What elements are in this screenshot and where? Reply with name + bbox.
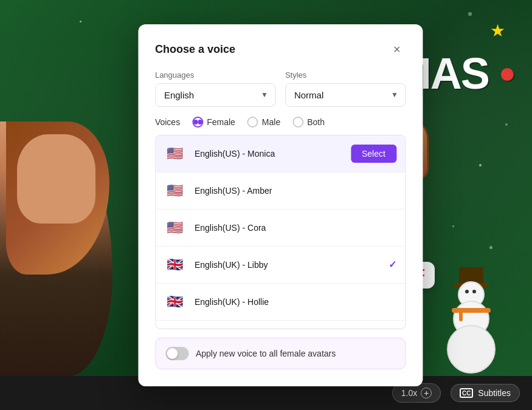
snowman-decoration xyxy=(435,276,508,374)
radio-female-label: Female xyxy=(207,117,235,127)
flag-icon: 🇺🇸 xyxy=(164,143,186,165)
voice-item[interactable]: 🇺🇸English(US) - MonicaSelect xyxy=(156,135,405,173)
voices-label: Voices xyxy=(155,117,180,127)
star-decoration: ★ xyxy=(490,21,505,41)
language-label: Languages xyxy=(155,70,275,80)
speed-value: 1.0x xyxy=(401,388,417,398)
snow-particle xyxy=(80,21,81,22)
language-select-wrapper: English Spanish French German Chinese Ja… xyxy=(155,83,275,107)
flag-icon: 🇬🇧 xyxy=(164,254,186,276)
gender-radio-group: Female Male Both xyxy=(192,117,325,128)
snow-particle xyxy=(468,12,472,16)
voice-name: English(UK) - Libby xyxy=(195,260,389,270)
voice-modal: Choose a voice × Languages English Spani… xyxy=(138,24,423,386)
radio-both-circle xyxy=(292,117,303,128)
close-button[interactable]: × xyxy=(389,41,406,58)
voice-item[interactable]: 🇨🇦English(CA) - Clara xyxy=(156,321,405,329)
style-select[interactable]: Normal Cheerful Sad Angry xyxy=(285,83,406,107)
language-select[interactable]: English Spanish French German Chinese Ja… xyxy=(155,83,275,107)
voice-name: English(US) - Monica xyxy=(195,149,351,159)
radio-both[interactable]: Both xyxy=(292,117,325,128)
radio-female[interactable]: Female xyxy=(192,117,235,128)
voice-name: English(UK) - Hollie xyxy=(195,297,396,307)
style-select-wrapper: Normal Cheerful Sad Angry ▼ xyxy=(285,83,406,107)
flag-icon: 🇺🇸 xyxy=(164,180,186,202)
flag-icon: 🇬🇧 xyxy=(164,291,186,313)
voice-list: 🇺🇸English(US) - MonicaSelect🇺🇸English(US… xyxy=(155,135,406,329)
apply-voice-toggle[interactable] xyxy=(165,347,188,360)
radio-male[interactable]: Male xyxy=(247,117,280,128)
radio-female-circle xyxy=(192,117,203,128)
flag-icon: 🇨🇦 xyxy=(164,328,186,329)
subtitles-button[interactable]: CC Subtitles xyxy=(451,384,520,402)
avatar-silhouette xyxy=(0,121,112,377)
flag-icon: 🇺🇸 xyxy=(164,217,186,239)
modal-title: Choose a voice xyxy=(155,43,235,56)
subtitles-label: Subtitles xyxy=(478,388,511,398)
cc-icon: CC xyxy=(460,388,473,398)
modal-header: Choose a voice × xyxy=(155,41,406,58)
voice-item[interactable]: 🇬🇧English(UK) - Hollie xyxy=(156,284,405,321)
radio-both-label: Both xyxy=(307,117,325,127)
voice-item[interactable]: 🇺🇸English(US) - Amber xyxy=(156,173,405,210)
radio-male-label: Male xyxy=(262,117,280,127)
radio-male-circle xyxy=(247,117,258,128)
voice-name: English(US) - Cora xyxy=(195,223,396,233)
style-filter-group: Styles Normal Cheerful Sad Angry ▼ xyxy=(285,70,406,107)
voice-item[interactable]: 🇬🇧English(UK) - Libby✓ xyxy=(156,247,405,284)
snow-particle xyxy=(489,246,492,249)
voice-name: English(US) - Amber xyxy=(195,186,396,196)
speed-plus-icon: + xyxy=(421,388,432,398)
check-icon: ✓ xyxy=(389,259,396,270)
toggle-row: Apply new voice to all female avatars xyxy=(155,338,406,369)
snow-particle xyxy=(479,164,482,166)
snow-particle xyxy=(452,225,454,227)
voice-item[interactable]: 🇺🇸English(US) - Cora xyxy=(156,210,405,247)
snow-particle xyxy=(505,123,508,126)
speed-button[interactable]: 1.0x + xyxy=(392,383,441,403)
style-label: Styles xyxy=(285,70,406,80)
filter-row: Languages English Spanish French German … xyxy=(155,70,406,107)
voice-filter-row: Voices Female Male Both xyxy=(155,117,406,128)
language-filter-group: Languages English Spanish French German … xyxy=(155,70,275,107)
select-voice-button[interactable]: Select xyxy=(351,145,396,163)
toggle-label: Apply new voice to all female avatars xyxy=(196,349,336,358)
